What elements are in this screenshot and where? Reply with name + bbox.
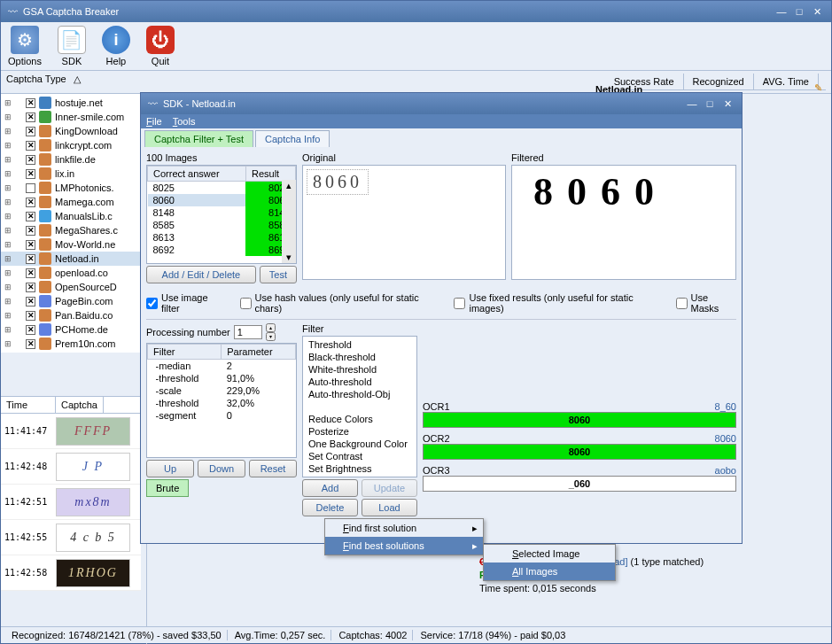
tree-item[interactable]: PCHome.de bbox=[1, 322, 146, 337]
minimize-button[interactable]: — bbox=[774, 5, 789, 18]
tree-item[interactable]: openload.co bbox=[1, 266, 146, 280]
time-row[interactable]: 11:41:47FFFP bbox=[1, 414, 141, 449]
filter-option[interactable]: Posterize bbox=[305, 425, 415, 438]
tree-checkbox[interactable] bbox=[26, 240, 35, 250]
captcha-col[interactable]: Captcha bbox=[56, 397, 104, 413]
time-row[interactable]: 11:42:51mx8m bbox=[1, 485, 141, 520]
filter-option[interactable]: Auto-threshold bbox=[305, 376, 415, 388]
answers-table[interactable]: Correct answer Result 802580258060806081… bbox=[147, 166, 296, 256]
tab-filter-test[interactable]: Captcha Filter + Test bbox=[144, 130, 253, 147]
answer-row[interactable]: 86138613 bbox=[148, 231, 296, 244]
tree-item[interactable]: MegaShares.c bbox=[1, 223, 146, 237]
tree-item[interactable]: Pan.Baidu.co bbox=[1, 308, 146, 322]
tree-checkbox[interactable] bbox=[26, 339, 35, 349]
context-menu-item[interactable]: Find first solution▸ bbox=[325, 519, 483, 537]
filter-option[interactable]: Threshold bbox=[305, 338, 415, 351]
context-submenu-item[interactable]: Selected Image bbox=[484, 545, 615, 563]
answer-row[interactable]: 80608060 bbox=[148, 194, 296, 206]
tree-checkbox[interactable] bbox=[26, 254, 35, 264]
scrollbar[interactable]: ▴ ▾ bbox=[282, 180, 296, 263]
filter-option[interactable]: Set Brightness bbox=[305, 462, 415, 475]
tree-checkbox[interactable] bbox=[26, 198, 35, 207]
tree-checkbox[interactable] bbox=[26, 169, 35, 179]
reset-button[interactable]: Reset bbox=[249, 460, 297, 477]
tree-checkbox[interactable] bbox=[26, 311, 35, 321]
tree-header[interactable]: Captcha Type bbox=[6, 74, 66, 90]
sdk-maximize-button[interactable]: □ bbox=[703, 97, 717, 110]
tree-checkbox[interactable] bbox=[26, 98, 35, 108]
answer-row[interactable]: 85858585 bbox=[148, 219, 296, 231]
tree-item[interactable]: LMPhotonics. bbox=[1, 181, 146, 195]
tree-item[interactable]: OpenSourceD bbox=[1, 280, 146, 294]
applied-filters-table[interactable]: FilterParameter -median2 -threshold91,0%… bbox=[147, 344, 296, 422]
filter-option[interactable]: Auto-threshold-Obj bbox=[305, 388, 415, 400]
scroll-down-icon[interactable]: ▾ bbox=[282, 252, 296, 263]
time-row[interactable]: 11:42:48J P bbox=[1, 449, 141, 485]
filter-option[interactable]: Black-threshold bbox=[305, 351, 415, 363]
tree-item[interactable]: linkfile.de bbox=[1, 152, 146, 167]
tree-checkbox[interactable] bbox=[26, 183, 35, 193]
tree-checkbox[interactable] bbox=[26, 283, 35, 292]
maximize-button[interactable]: □ bbox=[792, 5, 806, 18]
context-menu-item[interactable]: Find best solutions▸ bbox=[325, 537, 483, 555]
toolbar-sdk[interactable]: 📄 SDK bbox=[58, 26, 86, 66]
tree-item[interactable]: hostuje.net bbox=[1, 96, 146, 110]
time-col[interactable]: Time bbox=[1, 397, 56, 413]
tree-item[interactable]: Mamega.com bbox=[1, 195, 146, 209]
toolbar-options[interactable]: ⚙ Options bbox=[8, 26, 42, 66]
tree-checkbox[interactable] bbox=[26, 212, 35, 221]
filter-option[interactable] bbox=[305, 400, 415, 413]
brute-button[interactable]: Brute bbox=[146, 479, 189, 497]
up-button[interactable]: Up bbox=[146, 460, 194, 477]
update-filter-button[interactable]: Update bbox=[362, 479, 417, 497]
filter-row[interactable]: -threshold91,0% bbox=[148, 372, 296, 384]
tree-checkbox[interactable] bbox=[26, 155, 35, 165]
tree-item[interactable]: ManualsLib.c bbox=[1, 209, 146, 223]
filter-row[interactable]: -segment0 bbox=[148, 409, 296, 422]
tree-checkbox[interactable] bbox=[26, 113, 35, 122]
filter-row[interactable]: -median2 bbox=[148, 360, 296, 373]
tree-item[interactable]: PageBin.com bbox=[1, 294, 146, 308]
load-filter-button[interactable]: Load bbox=[362, 499, 417, 516]
tree-item[interactable]: Mov-World.ne bbox=[1, 237, 146, 252]
filter-option[interactable]: One Background Color bbox=[305, 438, 415, 450]
tree-item[interactable]: Inner-smile.com bbox=[1, 110, 146, 124]
down-button[interactable]: Down bbox=[198, 460, 245, 477]
tree-item[interactable]: linkcrypt.com bbox=[1, 138, 146, 152]
chk-image-filter[interactable]: Use image filter bbox=[146, 292, 226, 314]
answer-row[interactable]: 81488148 bbox=[148, 206, 296, 219]
tree-checkbox[interactable] bbox=[26, 226, 35, 236]
spin-up[interactable]: ▴ bbox=[266, 323, 276, 332]
filter-option[interactable]: Reduce Colors bbox=[305, 413, 415, 425]
test-button[interactable]: Test bbox=[260, 266, 297, 283]
tree-checkbox[interactable] bbox=[26, 127, 35, 136]
chk-fixed-results[interactable]: Use fixed results (only useful for stati… bbox=[454, 292, 661, 314]
close-button[interactable]: ✕ bbox=[810, 5, 824, 18]
sort-icon[interactable]: △ bbox=[74, 74, 81, 90]
toolbar-help[interactable]: i Help bbox=[102, 26, 130, 66]
filter-row[interactable]: -scale229,0% bbox=[148, 384, 296, 397]
tree-checkbox[interactable] bbox=[26, 141, 35, 151]
context-submenu-item[interactable]: All Images bbox=[484, 563, 615, 580]
filter-select-list[interactable]: ThresholdBlack-thresholdWhite-thresholdA… bbox=[302, 336, 417, 477]
sdk-minimize-button[interactable]: — bbox=[685, 97, 699, 110]
tree-item[interactable]: Prem10n.com bbox=[1, 337, 146, 351]
tree-item[interactable]: lix.in bbox=[1, 167, 146, 181]
tree-item[interactable]: KingDownload bbox=[1, 124, 146, 138]
edit-icon[interactable]: ✎ bbox=[814, 82, 822, 94]
spin-down[interactable]: ▾ bbox=[266, 332, 276, 341]
add-edit-delete-button[interactable]: Add / Edit / Delete bbox=[146, 266, 256, 283]
menu-file[interactable]: File bbox=[146, 116, 162, 127]
tree-checkbox[interactable] bbox=[26, 268, 35, 278]
time-row[interactable]: 11:42:554 c b 5 bbox=[1, 520, 141, 555]
tree-checkbox[interactable] bbox=[26, 325, 35, 335]
tree-item[interactable]: Netload.in bbox=[1, 252, 146, 266]
time-row[interactable]: 11:42:581RHOG bbox=[1, 555, 141, 591]
filter-row[interactable]: -threshold32,0% bbox=[148, 397, 296, 409]
add-filter-button[interactable]: Add bbox=[302, 479, 358, 497]
chk-hash-values[interactable]: Use hash values (only useful for static … bbox=[240, 292, 440, 314]
toolbar-quit[interactable]: ⏻ Quit bbox=[146, 26, 175, 66]
sdk-close-button[interactable]: ✕ bbox=[720, 97, 735, 110]
scroll-up-icon[interactable]: ▴ bbox=[282, 180, 296, 191]
tab-captcha-info[interactable]: Captcha Info bbox=[255, 130, 330, 147]
